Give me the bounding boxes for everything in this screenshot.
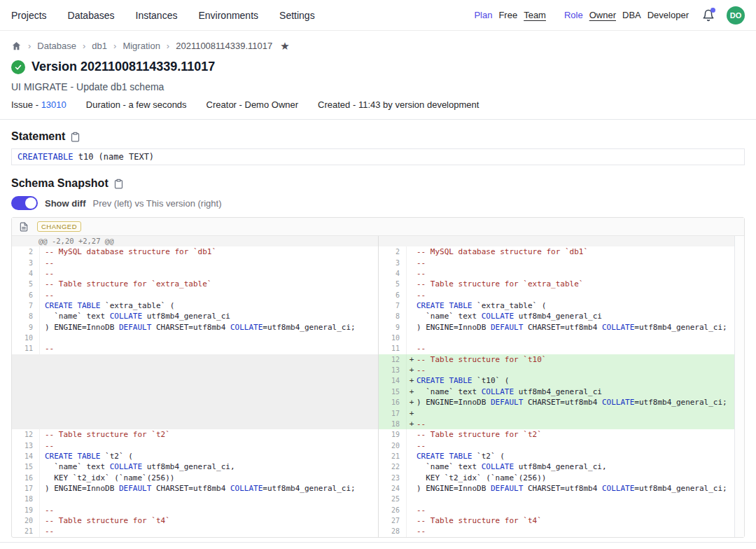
diff-line: 11-- <box>12 343 378 354</box>
nav-projects[interactable]: Projects <box>11 10 47 21</box>
code-text: CREATE TABLE `extra_table` ( <box>40 300 174 311</box>
clipboard-icon <box>113 179 124 189</box>
avatar[interactable]: DO <box>727 6 745 25</box>
line-number: 15 <box>379 387 407 397</box>
diff-marker <box>407 333 416 343</box>
line-number: 18 <box>12 494 40 504</box>
line-number: 26 <box>379 505 407 515</box>
code-text: -- MySQL database structure for `db1` <box>416 246 588 257</box>
nav-environments[interactable]: Environments <box>198 10 258 21</box>
diff-line: 8 `name` text COLLATE utf8mb4_general_ci <box>12 311 378 321</box>
section-divider <box>0 119 756 120</box>
plan-team[interactable]: Team <box>524 10 546 20</box>
line-number: 9 <box>379 322 407 333</box>
hunk-header: @@ -2,20 +2,27 @@ <box>12 236 113 246</box>
diff-line: 5-- Table structure for `extra_table` <box>379 279 734 289</box>
diff-line: 19-- <box>12 505 378 515</box>
code-text: CREATE TABLE `t2` ( <box>416 451 505 461</box>
scrollbar[interactable] <box>734 236 744 537</box>
show-diff-toggle-row: Show diff Prev (left) vs This version (r… <box>11 196 745 210</box>
notification-bell-button[interactable] <box>702 9 715 22</box>
line-number: 14 <box>379 375 407 386</box>
diff-marker <box>407 258 416 268</box>
code-text: -- <box>40 290 54 300</box>
line-number: 20 <box>12 515 40 526</box>
line-number: 9 <box>12 322 40 333</box>
notification-dot <box>710 8 715 13</box>
nav-right: Plan Free Team Role Owner DBA Developer … <box>474 6 745 25</box>
nav-databases[interactable]: Databases <box>68 10 115 21</box>
breadcrumb: › Database › db1 › Migration › 202110081… <box>11 41 745 51</box>
line-number: 13 <box>12 440 40 451</box>
diff-line: 18 <box>12 494 378 504</box>
plan-free[interactable]: Free <box>498 10 517 20</box>
diff-line: 20-- <box>379 440 734 451</box>
diff-line: 10 <box>379 333 734 343</box>
diff-marker <box>407 461 416 472</box>
diff-line: 16+) ENGINE=InnoDB DEFAULT CHARSET=utf8m… <box>379 397 734 408</box>
diff-line: 24) ENGINE=InnoDB DEFAULT CHARSET=utf8mb… <box>379 483 734 494</box>
role-owner[interactable]: Owner <box>589 10 616 20</box>
diff-line: 2-- MySQL database structure for `db1` <box>379 246 734 257</box>
line-number: 10 <box>379 333 407 343</box>
diff-line <box>12 354 378 365</box>
line-number: 11 <box>379 343 407 354</box>
diff-editor[interactable]: @@ -2,20 +2,27 @@2-- MySQL database stru… <box>12 236 744 537</box>
code-text: -- <box>416 268 426 279</box>
diff-right-pane: 2-- MySQL database structure for `db1`3-… <box>379 236 734 537</box>
diff-marker <box>407 268 416 279</box>
diff-line <box>12 365 378 375</box>
line-number: 25 <box>379 494 407 504</box>
diff-marker <box>407 451 416 461</box>
diff-line: 6-- <box>12 290 378 300</box>
code-text: -- Table structure for `t2` <box>416 429 542 440</box>
line-number: 21 <box>12 526 40 536</box>
chevron-right-icon: › <box>167 41 169 51</box>
nav-instances[interactable]: Instances <box>136 10 178 21</box>
show-diff-description: Prev (left) vs This version (right) <box>93 198 222 209</box>
copy-schema-button[interactable] <box>113 179 124 189</box>
breadcrumb-db1[interactable]: db1 <box>92 41 107 51</box>
line-number: 10 <box>12 333 40 343</box>
line-number: 18 <box>379 419 407 429</box>
breadcrumb-migration[interactable]: Migration <box>122 41 160 51</box>
code-text: -- Table structure for `t4` <box>416 515 542 526</box>
breadcrumb-database[interactable]: Database <box>37 41 76 51</box>
diff-line: 12-- Table structure for `t2` <box>12 429 378 440</box>
star-icon[interactable]: ★ <box>280 41 289 51</box>
plan-label: Plan <box>474 10 492 20</box>
diff-marker: + <box>407 408 416 419</box>
chevron-right-icon: › <box>28 41 31 51</box>
line-number: 3 <box>379 258 407 268</box>
line-number: 16 <box>12 473 40 483</box>
line-number: 5 <box>379 279 407 289</box>
role-dba[interactable]: DBA <box>622 10 641 20</box>
diff-line: 27-- Table structure for `t4` <box>379 515 734 526</box>
diff-marker <box>407 343 416 354</box>
code-text: `name` text COLLATE utf8mb4_general_ci <box>416 387 602 397</box>
diff-line: 8 `name` text COLLATE utf8mb4_general_ci <box>379 311 734 321</box>
code-text: CREATE TABLE `t2` ( <box>40 451 133 461</box>
diff-line: 17) ENGINE=InnoDB DEFAULT CHARSET=utf8mb… <box>12 483 378 494</box>
top-navbar: Projects Databases Instances Environment… <box>0 0 756 31</box>
diff-marker <box>407 290 416 300</box>
diff-line: 19-- Table structure for `t2` <box>379 429 734 440</box>
code-text: KEY `t2_idx` (`name`(256)) <box>416 473 546 483</box>
issue-link[interactable]: 13010 <box>41 99 66 110</box>
meta-creator: Creator - Demo Owner <box>206 99 298 110</box>
code-text: -- Table structure for `extra_table` <box>40 279 211 289</box>
diff-line <box>12 419 378 429</box>
code-text: KEY `t2_idx` (`name`(256)) <box>40 473 174 483</box>
code-text: -- <box>40 526 54 536</box>
diff-line: 13-- <box>12 440 378 451</box>
statement-heading-row: Statement <box>11 130 745 143</box>
show-diff-toggle[interactable] <box>11 196 38 210</box>
home-icon[interactable] <box>11 41 22 51</box>
statement-sql[interactable]: CREATE TABLE t10 (name TEXT) <box>11 148 745 165</box>
role-developer[interactable]: Developer <box>648 10 689 20</box>
diff-line: 9) ENGINE=InnoDB DEFAULT CHARSET=utf8mb4… <box>12 322 378 333</box>
code-text: -- <box>40 258 54 268</box>
diff-line: 18+-- <box>379 419 734 429</box>
copy-statement-button[interactable] <box>70 132 80 142</box>
nav-settings[interactable]: Settings <box>279 10 315 21</box>
